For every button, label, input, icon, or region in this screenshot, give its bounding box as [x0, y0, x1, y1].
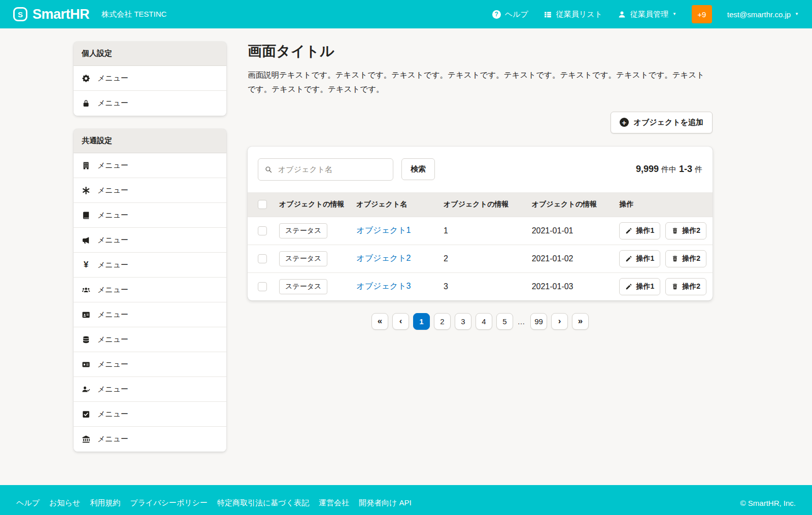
- user-check-icon: [82, 385, 90, 394]
- sidebar-item-bullhorn-menu[interactable]: メニュー: [74, 228, 226, 253]
- first-page-button[interactable]: «: [371, 313, 388, 330]
- row-actions: 操作1 操作2: [619, 278, 706, 295]
- list-icon: [544, 10, 552, 19]
- notification-badge[interactable]: +9: [692, 5, 712, 23]
- pencil-icon: [625, 255, 632, 262]
- nav-help[interactable]: ? ヘルプ: [492, 10, 528, 19]
- trash-icon: [671, 283, 679, 290]
- object-table: オブジェクトの情報 オブジェクト名 オブジェクトの情報 オブジェクトの情報 操作…: [248, 192, 713, 300]
- toolbar: + オブジェクトを追加: [248, 112, 713, 133]
- object-date-cell: 2021-01-01: [526, 217, 614, 245]
- app-header: S SmartHR 株式会社 TESTINC ? ヘルプ 従業員リスト 従業員管…: [0, 0, 812, 28]
- row-checkbox[interactable]: [258, 254, 267, 263]
- nav-account[interactable]: test@smarthr.co.jp ▼: [727, 10, 799, 19]
- nav-help-label: ヘルプ: [505, 10, 528, 19]
- object-link[interactable]: オブジェクト1: [356, 226, 411, 234]
- smarthr-logo[interactable]: S SmartHR: [13, 7, 89, 22]
- sidebar-item-book-menu[interactable]: メニュー: [74, 203, 226, 228]
- delete-action-button[interactable]: 操作2: [665, 250, 706, 267]
- sidebar-section-common: 共通設定 メニュー メニュー メニュー メニュー ¥ メニュー: [74, 129, 226, 452]
- book-icon: [82, 211, 90, 220]
- object-info-cell: 1: [437, 217, 526, 245]
- page-title: 画面タイトル: [248, 42, 713, 61]
- sidebar-item-label: メニュー: [97, 235, 128, 245]
- object-link[interactable]: オブジェクト3: [356, 282, 411, 290]
- footer-link-company[interactable]: 運営会社: [319, 498, 349, 508]
- result-count-middle: 件中: [661, 165, 676, 175]
- footer-link-commerce-law[interactable]: 特定商取引法に基づく表記: [217, 498, 309, 508]
- sidebar-item-label: メニュー: [97, 385, 128, 394]
- sidebar-item-label: メニュー: [97, 285, 128, 295]
- sidebar-item-users-menu[interactable]: メニュー: [74, 278, 226, 302]
- main-content: 画面タイトル 画面説明テキストです。テキストです。テキストです。テキストです。テ…: [248, 42, 713, 342]
- footer-link-help[interactable]: ヘルプ: [16, 498, 40, 508]
- column-header: オブジェクトの情報: [273, 192, 350, 217]
- column-header: オブジェクト名: [350, 192, 437, 217]
- next-page-button[interactable]: ›: [551, 313, 568, 330]
- bullhorn-icon: [82, 236, 90, 245]
- sidebar-item-check-square-menu[interactable]: メニュー: [74, 402, 226, 427]
- row-checkbox[interactable]: [258, 282, 267, 291]
- database-icon: [82, 335, 90, 344]
- page-layout: 個人設定 メニュー メニュー 共通設定 メニュー メニュー メニュー: [0, 28, 812, 485]
- object-date-cell: 2021-01-02: [526, 245, 614, 272]
- sidebar-item-label: メニュー: [97, 161, 128, 170]
- app-footer: ヘルプ お知らせ 利用規約 プライバシーポリシー 特定商取引法に基づく表記 運営…: [0, 485, 812, 515]
- status-badge: ステータス: [279, 279, 327, 294]
- page-button-1[interactable]: 1: [413, 313, 430, 330]
- sidebar-item-yen-menu[interactable]: ¥ メニュー: [74, 253, 226, 278]
- nav-employee-management[interactable]: 従業員管理 ▼: [618, 10, 676, 19]
- delete-action-button[interactable]: 操作2: [665, 278, 706, 295]
- sidebar-item-bank-menu[interactable]: メニュー: [74, 427, 226, 452]
- add-object-button[interactable]: + オブジェクトを追加: [611, 112, 713, 133]
- sidebar-item-id-card-menu[interactable]: メニュー: [74, 302, 226, 327]
- nav-employee-list-label: 従業員リスト: [556, 10, 602, 19]
- search-box: [258, 158, 393, 181]
- edit-action-button[interactable]: 操作1: [619, 250, 660, 267]
- prev-page-button[interactable]: ‹: [392, 313, 409, 330]
- company-name: 株式会社 TESTINC: [101, 10, 166, 19]
- row-actions: 操作1 操作2: [619, 222, 706, 239]
- copyright: © SmartHR, Inc.: [740, 499, 796, 507]
- sidebar-item-label: メニュー: [97, 186, 128, 195]
- sidebar-item-database-menu[interactable]: メニュー: [74, 327, 226, 352]
- search-button[interactable]: 検索: [401, 158, 435, 180]
- sidebar-section-title: 共通設定: [74, 129, 226, 153]
- row-checkbox[interactable]: [258, 226, 267, 235]
- delete-action-button[interactable]: 操作2: [665, 222, 706, 239]
- table-row: ステータス オブジェクト3 3 2021-01-03 操作1: [248, 272, 713, 300]
- sidebar-item-money-check-menu[interactable]: メニュー: [74, 352, 226, 377]
- sidebar-item-building-menu[interactable]: メニュー: [74, 153, 226, 178]
- sidebar-item-asterisk-menu[interactable]: メニュー: [74, 178, 226, 203]
- sidebar-item-gear-menu[interactable]: メニュー: [74, 66, 226, 91]
- nav-employee-list[interactable]: 従業員リスト: [544, 10, 602, 19]
- sidebar: 個人設定 メニュー メニュー 共通設定 メニュー メニュー メニュー: [74, 42, 226, 465]
- row-actions: 操作1 操作2: [619, 250, 706, 267]
- sidebar-item-label: メニュー: [97, 74, 128, 83]
- sidebar-item-label: メニュー: [97, 211, 128, 220]
- sidebar-item-label: メニュー: [97, 434, 128, 444]
- page-button-5[interactable]: 5: [496, 313, 513, 330]
- lock-icon: [82, 99, 90, 108]
- page-button-99[interactable]: 99: [530, 313, 547, 330]
- footer-link-news[interactable]: お知らせ: [49, 498, 80, 508]
- footer-link-privacy[interactable]: プライバシーポリシー: [130, 498, 208, 508]
- pencil-icon: [625, 227, 632, 234]
- search-input[interactable]: [277, 164, 387, 174]
- page-button-3[interactable]: 3: [455, 313, 471, 330]
- delete-action-label: 操作2: [682, 226, 700, 235]
- edit-action-label: 操作1: [636, 226, 654, 235]
- question-circle-icon: ?: [492, 10, 501, 19]
- select-all-checkbox[interactable]: [258, 200, 267, 209]
- page-button-4[interactable]: 4: [476, 313, 492, 330]
- edit-action-button[interactable]: 操作1: [619, 278, 660, 295]
- footer-link-terms[interactable]: 利用規約: [90, 498, 120, 508]
- sidebar-item-user-check-menu[interactable]: メニュー: [74, 377, 226, 402]
- footer-link-developer-api[interactable]: 開発者向け API: [359, 498, 412, 508]
- page-button-2[interactable]: 2: [434, 313, 451, 330]
- pagination: « ‹ 1 2 3 4 5 … 99 › »: [248, 313, 713, 330]
- sidebar-item-lock-menu[interactable]: メニュー: [74, 91, 226, 116]
- object-link[interactable]: オブジェクト2: [356, 254, 411, 262]
- last-page-button[interactable]: »: [572, 313, 589, 330]
- edit-action-button[interactable]: 操作1: [619, 222, 660, 239]
